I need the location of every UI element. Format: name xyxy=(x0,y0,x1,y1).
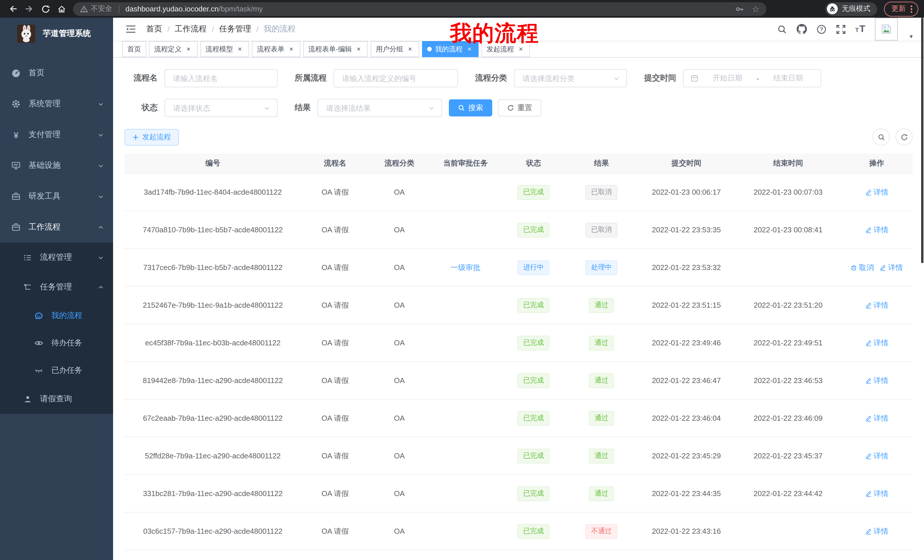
cancel-link[interactable]: 取消 xyxy=(850,262,874,273)
sidebar-item-task-mgmt[interactable]: 任务管理 xyxy=(0,272,113,302)
plus-icon xyxy=(132,134,139,140)
refresh-table-button[interactable] xyxy=(896,129,913,145)
process-category-select[interactable] xyxy=(514,69,627,87)
submit-time-range-picker[interactable]: 开始日期 - 结束日期 xyxy=(683,69,821,87)
result-badge: 通过 xyxy=(589,486,614,501)
tab-user-group[interactable]: 用户分组× xyxy=(370,41,419,57)
breadcrumb: 首页 / 工作流程 / 任务管理 / 我的流程 xyxy=(146,24,296,34)
result-select[interactable] xyxy=(318,99,442,117)
sidebar-item-my-process[interactable]: 我的流程 xyxy=(0,302,113,329)
sidebar-item-label: 研发工具 xyxy=(28,191,60,202)
url-bar[interactable]: 不安全 dashboard.yudao.iocoder.cn/bpm/task/… xyxy=(73,2,766,16)
key-icon[interactable] xyxy=(735,4,744,13)
font-size-icon[interactable]: TT xyxy=(855,23,865,35)
sidebar-item-payment[interactable]: ¥ 支付管理 xyxy=(0,119,113,150)
process-name-input[interactable] xyxy=(165,69,278,87)
detail-link[interactable]: 详情 xyxy=(865,488,888,499)
breadcrumb-home[interactable]: 首页 xyxy=(146,24,162,34)
toolbox-icon xyxy=(11,192,21,201)
close-icon[interactable]: × xyxy=(355,45,363,53)
process-definition-input[interactable] xyxy=(333,69,458,87)
sidebar-toggle-icon[interactable] xyxy=(126,24,136,34)
close-icon[interactable]: × xyxy=(406,45,414,53)
sidebar-item-infra[interactable]: 基础设施 xyxy=(0,150,113,181)
chevron-down-icon xyxy=(98,254,104,261)
caret-down-icon[interactable]: ▼ xyxy=(909,34,914,39)
svg-text:?: ? xyxy=(820,26,823,32)
sidebar-item-todo-tasks[interactable]: 待办任务 xyxy=(0,329,113,357)
close-icon[interactable]: × xyxy=(236,45,244,53)
github-icon[interactable] xyxy=(796,24,807,34)
detail-link[interactable]: 详情 xyxy=(865,187,888,197)
close-icon[interactable]: × xyxy=(184,45,192,53)
breadcrumb-task-mgmt[interactable]: 任务管理 xyxy=(219,24,251,34)
sidebar-item-label: 工作流程 xyxy=(28,222,60,232)
close-icon[interactable]: × xyxy=(287,45,295,53)
avatar[interactable] xyxy=(875,18,898,40)
tab-process-model[interactable]: 流程模型× xyxy=(201,41,249,57)
detail-link[interactable]: 详情 xyxy=(865,413,888,423)
detail-link[interactable]: 详情 xyxy=(865,225,888,235)
search-button[interactable]: 搜索 xyxy=(449,99,492,117)
start-date-placeholder: 开始日期 xyxy=(702,73,753,83)
app-logo[interactable]: 芋道管理系统 xyxy=(0,18,113,49)
hierarchy-icon xyxy=(23,283,32,292)
fullscreen-icon[interactable] xyxy=(836,24,846,34)
sidebar-item-process-mgmt[interactable]: 流程管理 xyxy=(0,243,113,272)
tab-home[interactable]: 首页 xyxy=(122,41,146,57)
create-process-button[interactable]: 发起流程 xyxy=(124,129,179,145)
tab-process-definition[interactable]: 流程定义× xyxy=(149,41,198,57)
close-icon[interactable]: × xyxy=(517,45,525,53)
status-badge: 已完成 xyxy=(518,373,549,388)
close-icon[interactable]: × xyxy=(465,45,473,53)
chevron-down-icon xyxy=(98,101,104,107)
sidebar-item-label: 基础设施 xyxy=(28,160,60,171)
col-name: 流程名 xyxy=(301,154,369,173)
help-icon[interactable]: ? xyxy=(816,24,826,34)
result-badge: 不通过 xyxy=(586,524,618,539)
back-icon[interactable] xyxy=(8,4,18,14)
detail-link[interactable]: 详情 xyxy=(865,526,888,536)
sidebar-item-system[interactable]: 系统管理 xyxy=(0,88,113,119)
detail-link[interactable]: 详情 xyxy=(865,451,888,461)
monitor-icon xyxy=(11,161,21,170)
reload-icon[interactable] xyxy=(41,4,50,13)
bookmark-star-icon[interactable]: ☆ xyxy=(752,4,759,13)
search-icon[interactable] xyxy=(777,24,787,34)
reset-button[interactable]: 重置 xyxy=(498,99,542,117)
sidebar-item-workflow[interactable]: 工作流程 xyxy=(0,212,113,243)
detail-link[interactable]: 详情 xyxy=(865,375,888,386)
detail-link[interactable]: 详情 xyxy=(865,300,888,310)
logo-image xyxy=(17,24,35,43)
tab-process-form-edit[interactable]: 流程表单-编辑× xyxy=(303,41,368,57)
process-table: 编号 流程名 流程分类 当前审批任务 状态 结果 提交时间 结束时间 操作 3a… xyxy=(124,154,913,550)
kebab-menu-icon[interactable] xyxy=(910,4,913,13)
incognito-label: 无痕模式 xyxy=(842,4,870,14)
chevron-down-icon xyxy=(428,105,435,111)
refresh-icon xyxy=(507,105,514,111)
scrollbar[interactable] xyxy=(921,18,923,263)
site-security[interactable]: 不安全 xyxy=(80,4,112,14)
sidebar-item-home[interactable]: 首页 xyxy=(0,58,113,88)
status-badge: 已完成 xyxy=(518,486,549,501)
tab-process-form[interactable]: 流程表单× xyxy=(252,41,300,57)
home-icon[interactable] xyxy=(57,4,66,13)
forward-icon[interactable] xyxy=(24,4,34,14)
result-badge: 已取消 xyxy=(586,185,618,199)
sidebar-item-done-tasks[interactable]: 已办任务 xyxy=(0,357,113,384)
dashboard-icon xyxy=(11,69,21,78)
detail-link[interactable]: 详情 xyxy=(879,262,903,273)
table-row: 7470a810-7b9b-11ec-b5b7-acde48001122 OA … xyxy=(124,211,913,249)
browser-update-button[interactable]: 更新 xyxy=(884,1,918,16)
detail-link[interactable]: 详情 xyxy=(865,338,888,348)
sidebar-item-devtools[interactable]: 研发工具 xyxy=(0,181,113,212)
table-toolbar: 发起流程 xyxy=(124,129,913,145)
current-task-link[interactable]: 一级审批 xyxy=(451,262,480,273)
breadcrumb-workflow[interactable]: 工作流程 xyxy=(175,24,207,34)
sidebar-item-leave-query[interactable]: 请假查询 xyxy=(0,384,113,414)
status-badge: 已完成 xyxy=(518,411,549,425)
status-select[interactable] xyxy=(165,99,278,117)
tab-my-process[interactable]: 我的流程× xyxy=(422,41,478,57)
tab-start-process[interactable]: 发起流程× xyxy=(482,41,530,57)
toggle-search-button[interactable] xyxy=(873,129,890,145)
